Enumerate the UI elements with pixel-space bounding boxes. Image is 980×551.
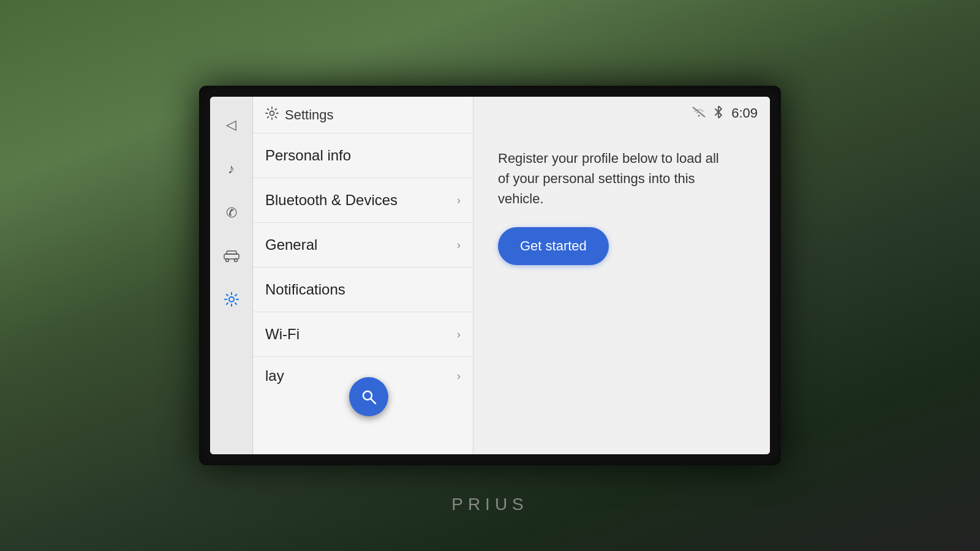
brand-label: PRIUS (451, 495, 529, 514)
menu-item-general[interactable]: General › (253, 223, 473, 268)
svg-point-1 (225, 259, 228, 262)
svg-point-6 (698, 114, 700, 116)
search-fab-container (349, 377, 388, 416)
sidebar-item-car[interactable] (210, 235, 252, 279)
screen-bezel: ◁ ♪ ✆ (199, 86, 781, 465)
settings-gear-icon (224, 291, 239, 311)
status-time: 6:09 (731, 105, 758, 121)
svg-point-3 (229, 297, 234, 302)
svg-rect-0 (224, 254, 239, 259)
bluetooth-icon (714, 106, 723, 121)
svg-point-4 (270, 111, 274, 116)
general-label: General (265, 236, 317, 253)
bluetooth-devices-label: Bluetooth & Devices (265, 192, 398, 209)
settings-header: Settings (253, 97, 473, 133)
settings-title: Settings (285, 107, 334, 123)
menu-item-wifi[interactable]: Wi-Fi › (253, 312, 473, 357)
settings-header-icon (265, 107, 279, 123)
svg-line-8 (371, 399, 376, 404)
infotainment-screen: ◁ ♪ ✆ (210, 97, 770, 454)
car-icon (223, 249, 240, 266)
menu-item-bluetooth-devices[interactable]: Bluetooth & Devices › (253, 178, 473, 223)
navigation-icon: ◁ (226, 117, 236, 133)
menu-item-personal-info[interactable]: Personal info (253, 133, 473, 178)
get-started-button[interactable]: Get started (498, 227, 609, 265)
wifi-label: Wi-Fi (265, 326, 300, 343)
menu-item-notifications[interactable]: Notifications (253, 268, 473, 312)
search-fab-button[interactable] (349, 377, 388, 416)
music-icon: ♪ (228, 161, 235, 177)
profile-description: Register your profile below to load all … (498, 148, 731, 209)
phone-icon: ✆ (226, 205, 237, 221)
wifi-disabled-icon (692, 107, 706, 121)
sidebar: ◁ ♪ ✆ (210, 97, 253, 454)
content-panel: 6:09 Register your profile below to load… (473, 97, 770, 454)
notifications-label: Notifications (265, 281, 345, 298)
bluetooth-chevron-icon: › (457, 194, 461, 207)
sidebar-item-phone[interactable]: ✆ (210, 191, 252, 235)
display-chevron-icon: › (457, 370, 461, 383)
personal-info-label: Personal info (265, 147, 351, 164)
sidebar-item-settings[interactable] (210, 279, 252, 323)
content-body: Register your profile below to load all … (473, 130, 770, 454)
sidebar-item-navigation[interactable]: ◁ (210, 103, 252, 147)
topbar: 6:09 (473, 97, 770, 130)
svg-point-2 (234, 259, 237, 262)
general-chevron-icon: › (457, 239, 461, 252)
wifi-chevron-icon: › (457, 328, 461, 341)
sidebar-item-music[interactable]: ♪ (210, 147, 252, 191)
display-label: lay (265, 367, 284, 384)
